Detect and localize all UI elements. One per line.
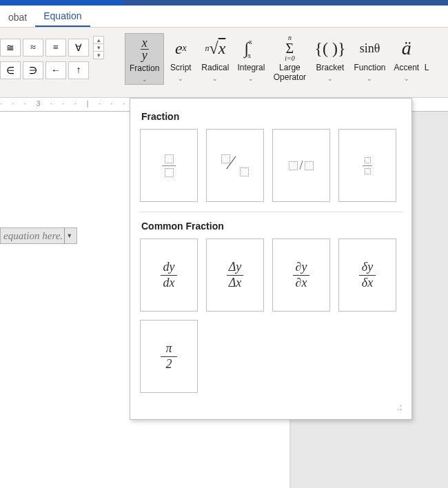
bracket-button[interactable]: {( )} Bracket ⌄ xyxy=(310,33,349,83)
sigma-icon: nΣi=0 xyxy=(285,34,295,62)
chevron-down-icon: ⌄ xyxy=(367,75,372,82)
more-label: L xyxy=(425,63,429,73)
function-icon: sinθ xyxy=(360,34,380,62)
fraction-label: Fraction xyxy=(130,64,159,74)
common-fraction-dydx[interactable]: dydx xyxy=(140,238,198,312)
dropdown-section-fraction: Fraction xyxy=(141,111,403,122)
scroll-up-icon[interactable]: ▴ xyxy=(93,36,104,44)
symbol-cell[interactable]: ∋ xyxy=(23,61,43,79)
dropdown-section-common: Common Fraction xyxy=(141,221,403,232)
symbol-cell[interactable]: ≅ xyxy=(0,39,21,57)
chevron-down-icon: ⌄ xyxy=(327,75,333,82)
scroll-down-icon[interactable]: ▾ xyxy=(93,44,104,52)
chevron-down-icon: ⌄ xyxy=(212,75,218,82)
chevron-down-icon: ⌄ xyxy=(248,75,254,82)
radical-label: Radical xyxy=(201,63,229,73)
equation-placeholder-text: equation here. xyxy=(3,230,63,242)
fraction-small[interactable] xyxy=(338,129,396,202)
accent-label: Accent xyxy=(394,63,419,73)
symbol-cell[interactable]: ← xyxy=(45,61,66,79)
script-button[interactable]: ex Script ⌄ xyxy=(164,33,197,83)
more-button[interactable]: L xyxy=(423,33,430,74)
scroll-expand-icon[interactable]: ▾ xyxy=(93,52,104,59)
bracket-icon: {( )} xyxy=(314,34,345,62)
equation-options-handle[interactable]: ▼ xyxy=(64,228,74,243)
function-label: Function xyxy=(354,63,385,73)
resize-grip-icon[interactable]: .: xyxy=(140,403,403,412)
script-label: Script xyxy=(170,63,192,73)
common-fraction-delta[interactable]: ΔyΔx xyxy=(206,238,264,312)
accent-button[interactable]: ä Accent ⌄ xyxy=(389,33,423,83)
structures-group: xy Fraction ⌄ ex Script ⌄ n√x Radical ⌄ … xyxy=(125,30,430,85)
bracket-label: Bracket xyxy=(316,63,345,73)
fraction-templates: ⁄ / xyxy=(140,129,403,202)
fraction-linear[interactable]: / xyxy=(272,129,330,202)
accent-icon: ä xyxy=(402,34,411,62)
symbol-cell[interactable]: ≡ xyxy=(45,39,66,57)
symbol-cell[interactable]: ≈ xyxy=(23,39,43,57)
symbol-cell[interactable]: ∈ xyxy=(0,61,21,79)
large-operator-label: Large Operator xyxy=(274,63,306,83)
fraction-skewed[interactable]: ⁄ xyxy=(206,129,264,202)
function-button[interactable]: sinθ Function ⌄ xyxy=(349,33,389,83)
integral-button[interactable]: ∫x-x Integral ⌄ xyxy=(233,33,269,83)
symbol-cell[interactable]: ∀ xyxy=(68,39,89,57)
integral-label: Integral xyxy=(237,63,265,73)
symbol-cell[interactable]: ↑ xyxy=(68,61,89,79)
tab-acrobat[interactable]: obat xyxy=(0,8,35,27)
fraction-dropdown: Fraction ⁄ / Common Fraction dydx ΔyΔx ∂… xyxy=(130,98,412,420)
common-fraction-partial[interactable]: ∂y∂x xyxy=(272,238,330,312)
fraction-icon: xy xyxy=(141,35,149,63)
common-fraction-smalldelta[interactable]: δyδx xyxy=(338,238,396,312)
common-fraction-templates: dydx ΔyΔx ∂y∂x δyδx π2 xyxy=(140,238,403,393)
chevron-down-icon: ⌄ xyxy=(404,75,409,82)
tab-equation[interactable]: Equation xyxy=(35,6,90,27)
script-icon: ex xyxy=(175,34,187,62)
ribbon-tabs: obat Equation xyxy=(0,6,448,28)
symbols-gallery: ≅ ≈ ≡ ∀ ▴ ▾ ▾ ∈ ∋ ← ↑ xyxy=(0,30,105,85)
chevron-down-icon: ⌄ xyxy=(142,76,147,83)
common-fraction-pi2[interactable]: π2 xyxy=(140,320,198,393)
large-operator-button[interactable]: nΣi=0 Large Operator xyxy=(269,33,310,84)
radical-icon: n√x xyxy=(205,34,225,62)
symbols-scroll: ▴ ▾ ▾ xyxy=(93,36,104,59)
fraction-button[interactable]: xy Fraction ⌄ xyxy=(125,33,164,85)
title-bar xyxy=(0,0,448,6)
ribbon: ≅ ≈ ≡ ∀ ▴ ▾ ▾ ∈ ∋ ← ↑ xy Fraction ⌄ ex xyxy=(0,28,448,98)
equation-placeholder-box[interactable]: equation here. ▼ xyxy=(0,227,77,244)
radical-button[interactable]: n√x Radical ⌄ xyxy=(197,33,233,83)
chevron-down-icon: ⌄ xyxy=(178,75,183,82)
fraction-stacked[interactable] xyxy=(140,129,198,202)
integral-icon: ∫x-x xyxy=(244,34,258,62)
dropdown-separator xyxy=(140,212,403,212)
